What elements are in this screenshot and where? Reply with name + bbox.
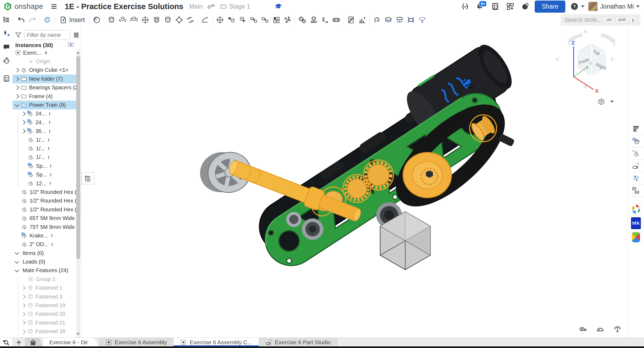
- scroll-down-arrow[interactable]: [77, 333, 80, 335]
- slider-mate-button[interactable]: [128, 15, 140, 25]
- rotate-left-arrow[interactable]: [555, 56, 559, 62]
- tree-row-fastened[interactable]: Fastened 19: [13, 301, 77, 310]
- dof-icon[interactable]: [48, 154, 51, 161]
- branch-label[interactable]: Main: [189, 3, 203, 10]
- user-caret-icon[interactable]: [636, 5, 640, 8]
- appearance-panel-button[interactable]: [628, 172, 644, 184]
- snap-mode-button[interactable]: [248, 15, 259, 25]
- search-tools[interactable]: Search tools... ctrl shift p: [560, 14, 640, 26]
- tree-row-part[interactable]: 1/2" Rounded Hex (...: [13, 197, 77, 205]
- tab-exercise-6-part-studio[interactable]: Exercise 6 Part Studio: [259, 338, 338, 347]
- apps-button[interactable]: [506, 2, 514, 10]
- sheet-metal-button[interactable]: [628, 160, 644, 172]
- comments-button[interactable]: [0, 40, 13, 54]
- home-tab[interactable]: [25, 338, 43, 347]
- tree-row-fastened[interactable]: Fastened 21: [13, 318, 77, 327]
- tree-row-part[interactable]: 1/2" Rounded Hex (...: [13, 188, 77, 196]
- rotate-right-arrow[interactable]: [611, 56, 615, 62]
- pin-slot-mate-button[interactable]: [173, 15, 185, 25]
- chevron-right-icon[interactable]: [21, 129, 26, 133]
- tree-row-fastened[interactable]: Fastened 1: [13, 284, 77, 292]
- exploded-view-button[interactable]: [383, 15, 394, 25]
- tree-row-folder-open[interactable]: Power Train (9): [13, 101, 77, 109]
- chevron-right-icon[interactable]: [15, 85, 19, 90]
- dof-icon[interactable]: [49, 180, 53, 187]
- angle-button[interactable]: [595, 324, 606, 334]
- cylindrical-mate-button[interactable]: [162, 15, 173, 25]
- tree-row-part[interactable]: 12...: [13, 179, 77, 188]
- panel-collapse-toggle[interactable]: [81, 172, 94, 184]
- tree-row-folder[interactable]: Frame (4): [13, 92, 77, 101]
- app-color-ring-button[interactable]: [630, 203, 642, 215]
- feature-script-button[interactable]: [461, 2, 469, 10]
- list-options-icon[interactable]: [73, 31, 80, 38]
- document-tab[interactable]: Exercise 6 - Dir: [43, 338, 99, 347]
- replicate-button[interactable]: [259, 15, 271, 25]
- tree-row-part[interactable]: 1/2" Rounded Hex (...: [13, 205, 77, 214]
- measure-button[interactable]: [577, 324, 589, 334]
- insert-button[interactable]: Insert: [56, 16, 88, 24]
- revolute-mate-button[interactable]: [117, 15, 128, 25]
- chevron-down-icon[interactable]: [15, 250, 19, 255]
- learning-button[interactable]: [274, 2, 283, 10]
- ball-mate-button[interactable]: [151, 15, 162, 25]
- learning-center-button[interactable]: [521, 2, 529, 10]
- variables-panel-button[interactable]: [628, 184, 644, 197]
- section-loads[interactable]: Loads (0): [13, 257, 77, 266]
- chevron-right-icon[interactable]: [21, 312, 26, 316]
- tree-row-part[interactable]: Sp...: [13, 162, 77, 170]
- tree-row-folder[interactable]: Bearings Spacers (2): [13, 83, 77, 92]
- assembly-model[interactable]: [81, 27, 628, 338]
- tree-row-part[interactable]: 65T 5M 9mm Wide ...: [13, 214, 77, 222]
- tree-row-part[interactable]: Krake...: [13, 231, 77, 240]
- chevron-right-icon[interactable]: [15, 94, 19, 99]
- chevron-down-icon[interactable]: [15, 102, 19, 107]
- notifications-button[interactable]: 9+: [476, 2, 484, 10]
- tree-scrollbar-thumb[interactable]: [76, 56, 80, 259]
- rack-pinion-relation-button[interactable]: [308, 15, 319, 25]
- chevron-down-icon[interactable]: [15, 268, 19, 272]
- tree-row-group[interactable]: Group 1: [13, 275, 77, 283]
- user-name[interactable]: Jonathan Mi: [600, 3, 634, 10]
- new-tab-button[interactable]: [13, 338, 25, 347]
- tasks-button[interactable]: [491, 2, 499, 10]
- section-view-button[interactable]: [91, 15, 102, 25]
- tangent-mate-button[interactable]: [200, 15, 211, 25]
- tree-row-part[interactable]: 1/...: [13, 136, 77, 144]
- tree-row-fastened[interactable]: Fastened 20: [13, 310, 77, 318]
- section-mate-features[interactable]: Mate Features (24): [13, 266, 77, 275]
- tree-row-part[interactable]: Sp...: [13, 170, 77, 179]
- help-button[interactable]: ?: [570, 2, 585, 11]
- snapshot-button[interactable]: [417, 15, 428, 25]
- add-folder-icon[interactable]: [67, 41, 74, 48]
- chevron-right-icon[interactable]: [21, 321, 26, 325]
- large-pulley[interactable]: [403, 152, 451, 198]
- view-cube[interactable]: Top Front Right Z X Y: [553, 27, 617, 94]
- mass-properties-button[interactable]: [612, 324, 623, 334]
- chevron-down-icon[interactable]: [15, 259, 19, 264]
- tab-exercise-6-assembly-copy[interactable]: Exercise 6 Assembly C...: [173, 338, 259, 347]
- planar-mate-button[interactable]: [140, 15, 151, 25]
- belt-relation-button[interactable]: [331, 15, 342, 25]
- chevron-right-icon[interactable]: [15, 77, 19, 81]
- tree-row-subassembly[interactable]: 24...: [13, 118, 77, 127]
- filter-input[interactable]: [24, 30, 70, 40]
- tree-row-part[interactable]: 75T 5M 9mm Wide ...: [13, 223, 77, 231]
- chevron-right-icon[interactable]: [21, 329, 26, 334]
- pattern-button[interactable]: [271, 15, 282, 25]
- mate-button[interactable]: [106, 15, 117, 25]
- stage-label[interactable]: Stage 1: [229, 3, 250, 10]
- bom-button[interactable]: [357, 15, 368, 25]
- view-options-button[interactable]: [596, 97, 616, 106]
- app-color-x-button[interactable]: [630, 231, 642, 243]
- bom-panel-button[interactable]: [628, 123, 644, 135]
- dof-icon[interactable]: [51, 232, 55, 239]
- undo-button[interactable]: [16, 15, 27, 25]
- section-items[interactable]: Items (0): [13, 249, 77, 257]
- dof-icon[interactable]: [49, 128, 52, 135]
- performance-button[interactable]: [0, 54, 13, 67]
- display-states-button[interactable]: [345, 15, 357, 25]
- gear-relation-button[interactable]: [297, 15, 308, 25]
- search-tabs-button[interactable]: [0, 338, 13, 347]
- chevron-right-icon[interactable]: [21, 120, 26, 125]
